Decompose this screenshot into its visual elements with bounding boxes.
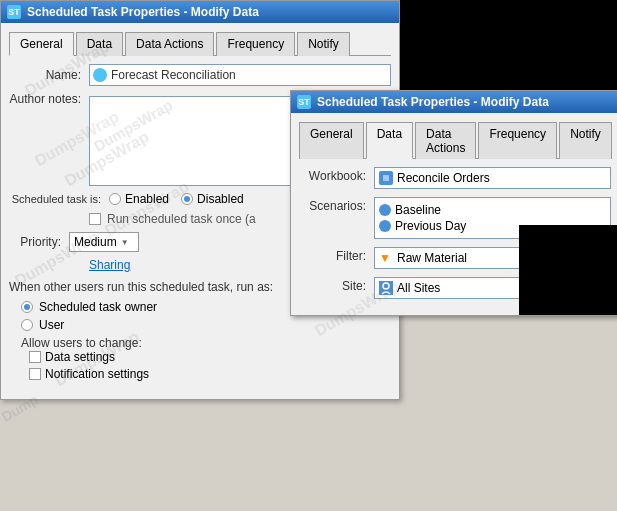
- notification-settings-checkbox[interactable]: [29, 368, 41, 380]
- workbook-row: Workbook: Reconcile Orders: [299, 167, 611, 189]
- scheduled-task-label: Scheduled task is:: [9, 193, 109, 205]
- radio-disabled[interactable]: Disabled: [181, 192, 244, 206]
- priority-select[interactable]: Medium ▼: [69, 232, 139, 252]
- baseline-dot: [379, 204, 391, 216]
- author-notes-label: Author notes:: [9, 92, 89, 106]
- tab2-data[interactable]: Data: [366, 122, 413, 159]
- name-icon: [93, 68, 107, 82]
- tab-data[interactable]: Data: [76, 32, 123, 56]
- priority-label: Priority:: [9, 235, 69, 249]
- tab-frequency[interactable]: Frequency: [216, 32, 295, 56]
- tab2-notify[interactable]: Notify: [559, 122, 612, 159]
- radio-task-owner-label: Scheduled task owner: [39, 300, 157, 314]
- workbook-label: Workbook:: [299, 167, 374, 183]
- name-input[interactable]: Forecast Reconciliation: [89, 64, 391, 86]
- tab2-data-actions[interactable]: Data Actions: [415, 122, 476, 159]
- previous-day-dot: [379, 220, 391, 232]
- data-settings-label: Data settings: [45, 350, 115, 364]
- black-box-w2-bottom: [519, 225, 617, 315]
- disabled-label: Disabled: [197, 192, 244, 206]
- tab-notify[interactable]: Notify: [297, 32, 350, 56]
- notification-settings-label: Notification settings: [45, 367, 149, 381]
- radio-user-circle: [21, 319, 33, 331]
- title-text-2: Scheduled Task Properties - Modify Data: [317, 95, 549, 109]
- title-bar-1: ST Scheduled Task Properties - Modify Da…: [1, 1, 399, 23]
- data-settings-checkbox[interactable]: [29, 351, 41, 363]
- window-icon-2: ST: [297, 95, 311, 109]
- workbook-icon: [379, 171, 393, 185]
- radio-enabled-circle: [109, 193, 121, 205]
- previous-day-label: Previous Day: [395, 219, 466, 233]
- site-icon: [379, 281, 393, 295]
- tab-general[interactable]: General: [9, 32, 74, 56]
- window-2: ST Scheduled Task Properties - Modify Da…: [290, 90, 617, 316]
- scenario-baseline: Baseline: [379, 202, 606, 218]
- notification-settings-row: Notification settings: [29, 367, 391, 381]
- title-bar-2: ST Scheduled Task Properties - Modify Da…: [291, 91, 617, 113]
- run-once-checkbox[interactable]: [89, 213, 101, 225]
- tab-bar-2: General Data Data Actions Frequency Noti…: [299, 121, 611, 159]
- site-value-text: All Sites: [397, 281, 440, 295]
- allow-change-row: Allow users to change:: [21, 336, 391, 350]
- filter-icon: ▼: [379, 251, 393, 265]
- title-text-1: Scheduled Task Properties - Modify Data: [27, 5, 259, 19]
- radio-enabled[interactable]: Enabled: [109, 192, 169, 206]
- tab-bar-1: General Data Data Actions Frequency Noti…: [9, 31, 391, 56]
- window-icon-1: ST: [7, 5, 21, 19]
- allow-change-label: Allow users to change:: [21, 336, 142, 350]
- run-once-label: Run scheduled task once (a: [107, 212, 256, 226]
- name-value: Forecast Reconciliation: [111, 68, 236, 82]
- radio-user[interactable]: User: [21, 318, 391, 332]
- radio-group: Enabled Disabled: [109, 192, 244, 206]
- radio-task-owner-circle: [21, 301, 33, 313]
- name-label: Name:: [9, 68, 89, 82]
- black-box-top-right: [400, 0, 617, 90]
- baseline-label: Baseline: [395, 203, 441, 217]
- priority-value: Medium: [74, 235, 117, 249]
- site-label: Site:: [299, 277, 374, 293]
- enabled-label: Enabled: [125, 192, 169, 206]
- priority-dropdown-arrow: ▼: [121, 238, 129, 247]
- tab2-general[interactable]: General: [299, 122, 364, 159]
- radio-disabled-circle: [181, 193, 193, 205]
- filter-value-text: Raw Material: [397, 251, 467, 265]
- tab2-frequency[interactable]: Frequency: [478, 122, 557, 159]
- radio-user-label: User: [39, 318, 64, 332]
- filter-label: Filter:: [299, 247, 374, 263]
- name-row: Name: Forecast Reconciliation: [9, 64, 391, 86]
- data-settings-row: Data settings: [29, 350, 391, 364]
- scenarios-label: Scenarios:: [299, 197, 374, 213]
- tab-data-actions[interactable]: Data Actions: [125, 32, 214, 56]
- workbook-value-text: Reconcile Orders: [397, 171, 490, 185]
- workbook-value[interactable]: Reconcile Orders: [374, 167, 611, 189]
